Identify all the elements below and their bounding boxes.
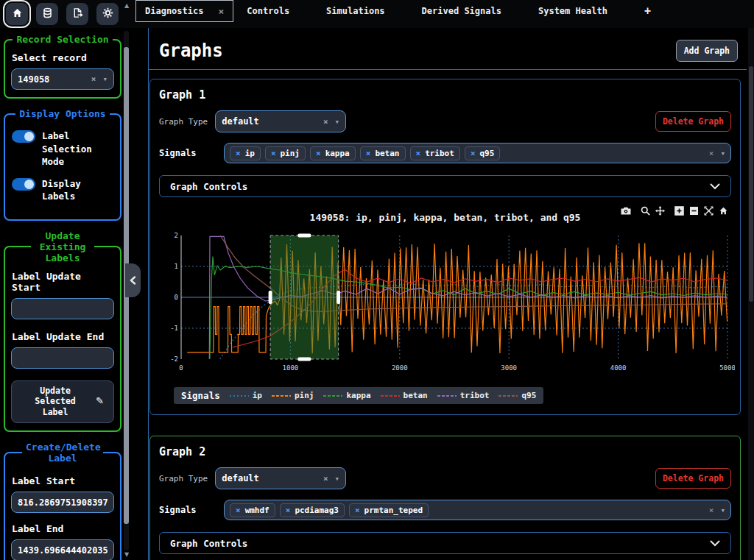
delete-graph-button[interactable]: Delete Graph: [655, 111, 731, 132]
svg-text:-2: -2: [170, 355, 178, 363]
graph-1-card: Graph 1 Graph Type default ×▾ Delete Gra…: [149, 79, 741, 415]
graph-type-select[interactable]: default ×▾: [215, 467, 346, 489]
zoom-icon[interactable]: [641, 206, 650, 216]
tab-system-health[interactable]: System Health: [529, 0, 616, 22]
delete-graph-button[interactable]: Delete Graph: [655, 468, 731, 489]
chart-legend: Signals ippinjkappabetantribotq95: [174, 387, 543, 404]
chevron-down-icon[interactable]: ▾: [335, 117, 340, 127]
label-end-input[interactable]: [11, 539, 114, 560]
signal-tag-tribot[interactable]: ×tribot: [410, 146, 460, 160]
clear-icon[interactable]: ×: [323, 474, 328, 483]
top-bar: Diagnostics×ControlsSimulationsDerived S…: [0, 0, 754, 28]
signal-tag-wmhdf[interactable]: ×wmhdf: [230, 503, 275, 517]
legend-entry-betan[interactable]: betan: [381, 391, 428, 400]
tab-controls[interactable]: Controls: [238, 0, 298, 22]
autoscale-icon[interactable]: [704, 206, 714, 216]
chevron-down-icon[interactable]: ▾: [335, 474, 340, 483]
signal-tag-pinj[interactable]: ×pinj: [265, 146, 306, 160]
toggle-switch[interactable]: [12, 178, 35, 191]
signal-tag-ip[interactable]: ×ip: [230, 146, 261, 160]
legend-entry-ip[interactable]: ip: [230, 391, 262, 400]
zoom-out-icon[interactable]: [689, 206, 699, 216]
legend-entry-q95[interactable]: q95: [498, 391, 536, 400]
chevron-down-icon[interactable]: ▾: [720, 506, 725, 515]
label-update-end-input[interactable]: [11, 347, 114, 369]
label-update-start-input[interactable]: [11, 298, 114, 319]
remove-tag-icon[interactable]: ×: [366, 149, 371, 158]
legend-entry-label: q95: [521, 391, 536, 400]
label-start-input[interactable]: [11, 492, 114, 513]
header-divider: [149, 69, 747, 70]
main-header: Graphs Add Graph: [149, 28, 747, 69]
update-labels-legend: Update Existing Labels: [31, 230, 94, 263]
home-button[interactable]: [6, 3, 28, 25]
page-scrollbar-thumb[interactable]: [749, 66, 753, 302]
scroll-up-icon[interactable]: ▲: [124, 2, 129, 9]
sidebar: Record Selection Select record 149058 ×▾…: [0, 28, 131, 560]
export-icon: [72, 7, 83, 21]
display-labels-toggle-row[interactable]: Display Labels: [12, 177, 113, 203]
chevron-down-icon[interactable]: ▾: [720, 149, 725, 158]
sidebar-collapse-handle[interactable]: [125, 263, 141, 297]
signals-multiselect[interactable]: ×▾ ×wmhdf×pcdiamag3×prmtan_teped: [224, 500, 731, 520]
tab-derived-signals[interactable]: Derived Signals: [413, 0, 510, 22]
record-selection-section: Record Selection Select record 149058 ×▾: [4, 34, 121, 99]
signal-tag-prmtan_teped[interactable]: ×prmtan_teped: [349, 503, 429, 517]
graph-controls-collapse[interactable]: Graph Controls: [159, 532, 731, 554]
pan-icon[interactable]: [655, 206, 665, 216]
signals-multiselect[interactable]: ×▾ ×ip×pinj×kappa×betan×tribot×q95: [224, 143, 731, 163]
chevron-down-icon: [710, 540, 720, 547]
chevron-down-icon[interactable]: ▾: [102, 74, 108, 84]
remove-tag-icon[interactable]: ×: [236, 149, 241, 158]
remove-tag-icon[interactable]: ×: [316, 149, 321, 158]
clear-icon[interactable]: ×: [709, 506, 714, 515]
clear-icon[interactable]: ×: [709, 149, 714, 158]
label-selection-mode-toggle-row[interactable]: Label Selection Mode: [12, 130, 113, 169]
remove-tag-icon[interactable]: ×: [416, 149, 421, 158]
legend-entry-tribot[interactable]: tribot: [437, 391, 490, 400]
svg-text:4000: 4000: [610, 364, 627, 372]
settings-button[interactable]: [96, 3, 119, 25]
svg-text:2: 2: [175, 232, 178, 239]
legend-entry-pinj[interactable]: pinj: [272, 391, 314, 400]
new-tab-button[interactable]: +: [635, 0, 660, 22]
record-select[interactable]: 149058 ×▾: [11, 68, 114, 90]
graph-2-card: Graph 2 Graph Type default ×▾ Delete Gra…: [149, 436, 741, 560]
remove-tag-icon[interactable]: ×: [236, 506, 241, 515]
signals-row: Signals ×▾ ×wmhdf×pcdiamag3×prmtan_teped: [159, 500, 731, 520]
clear-icon[interactable]: ×: [323, 117, 328, 127]
signals-row: Signals ×▾ ×ip×pinj×kappa×betan×tribot×q…: [159, 143, 731, 163]
graph-2-title: Graph 2: [159, 445, 731, 458]
signal-tag-label: kappa: [325, 149, 350, 158]
label-end-label: Label End: [12, 523, 113, 534]
remove-tag-icon[interactable]: ×: [355, 506, 360, 515]
add-graph-button[interactable]: Add Graph: [676, 40, 738, 62]
toggle-switch[interactable]: [12, 130, 35, 143]
signal-tag-label: betan: [375, 149, 399, 158]
camera-icon[interactable]: [621, 206, 631, 216]
graph-type-value: default: [222, 116, 259, 127]
signal-tag-q95[interactable]: ×q95: [465, 146, 501, 160]
plot-area[interactable]: 010002000300040005000-2-1012: [161, 230, 735, 377]
zoom-in-icon[interactable]: [674, 206, 684, 216]
scroll-down-icon[interactable]: ▼: [124, 551, 129, 558]
page-title: Graphs: [159, 40, 223, 61]
legend-entry-kappa[interactable]: kappa: [323, 391, 370, 400]
signal-tag-betan[interactable]: ×betan: [360, 146, 406, 160]
remove-tag-icon[interactable]: ×: [471, 149, 476, 158]
remove-tag-icon[interactable]: ×: [286, 506, 291, 515]
tab-close-icon[interactable]: ×: [218, 6, 224, 17]
signal-tag-label: pcdiamag3: [295, 506, 339, 515]
reset-axes-icon[interactable]: [719, 206, 728, 216]
update-selected-label-button[interactable]: Update Selected Label ✎: [11, 380, 114, 424]
tab-diagnostics[interactable]: Diagnostics×: [135, 0, 233, 22]
clear-icon[interactable]: ×: [91, 74, 96, 84]
signal-tag-pcdiamag3[interactable]: ×pcdiamag3: [280, 503, 345, 517]
export-button[interactable]: [66, 3, 88, 25]
graph-controls-collapse[interactable]: Graph Controls: [159, 175, 731, 197]
tab-simulations[interactable]: Simulations: [317, 0, 393, 22]
remove-tag-icon[interactable]: ×: [271, 149, 276, 158]
database-button[interactable]: [36, 3, 58, 25]
signal-tag-kappa[interactable]: ×kappa: [310, 146, 356, 160]
graph-type-select[interactable]: default ×▾: [215, 110, 346, 132]
